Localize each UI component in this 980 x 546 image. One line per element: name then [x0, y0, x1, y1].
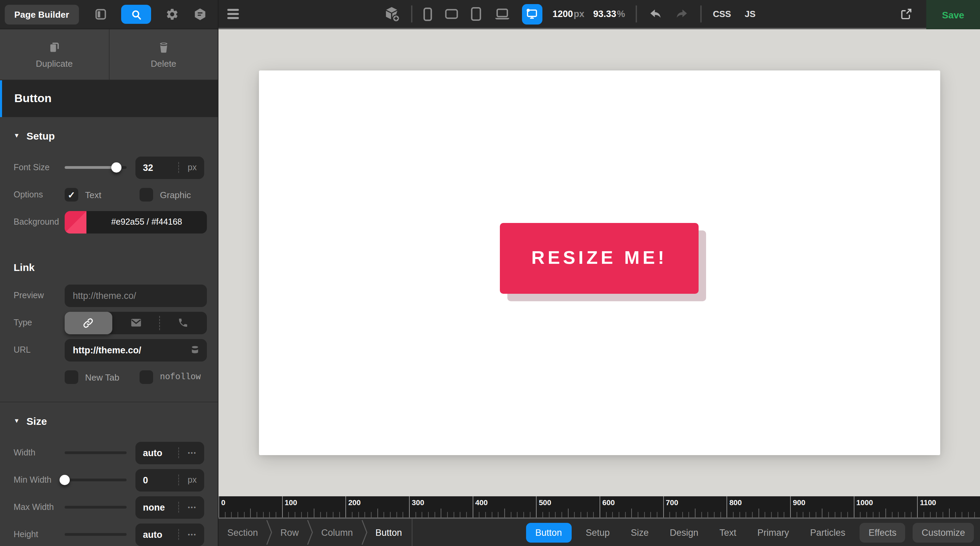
- url-label: URL: [14, 345, 65, 355]
- breadcrumb-column[interactable]: Column: [321, 527, 353, 538]
- search-button[interactable]: [121, 5, 151, 24]
- toolbar-divider: [411, 5, 412, 22]
- redo-button[interactable]: [675, 7, 690, 21]
- duplicate-button[interactable]: Duplicate: [0, 29, 109, 80]
- tab-size[interactable]: Size: [624, 522, 656, 542]
- slider-handle[interactable]: [60, 475, 70, 485]
- panel-toggle-icon[interactable]: [95, 8, 107, 21]
- tab-design[interactable]: Design: [663, 522, 705, 542]
- size-section-header[interactable]: ▼ Size: [0, 412, 218, 430]
- tab-button[interactable]: Button: [526, 522, 571, 542]
- save-button[interactable]: Save: [926, 0, 980, 29]
- database-icon[interactable]: [190, 345, 200, 355]
- hamburger-menu-icon[interactable]: [227, 9, 239, 19]
- viewport-width[interactable]: 1200px: [553, 9, 585, 19]
- link-type-url-button[interactable]: [65, 312, 112, 334]
- viewport-zoom-value: 93.33: [593, 9, 616, 19]
- undo-button[interactable]: [648, 7, 662, 21]
- tablet-portrait-breakpoint-icon[interactable]: [471, 7, 481, 21]
- ruler-label: 1100: [920, 498, 936, 506]
- font-size-unit[interactable]: px: [185, 163, 197, 172]
- tab-particles[interactable]: Particles: [803, 522, 853, 542]
- breadcrumb-section[interactable]: Section: [227, 527, 258, 538]
- options-label: Options: [14, 190, 65, 199]
- tab-customize[interactable]: Customize: [913, 522, 974, 542]
- laptop-breakpoint-icon[interactable]: [494, 8, 511, 20]
- width-value-box[interactable]: auto •••: [135, 441, 204, 464]
- max-width-unit-menu[interactable]: •••: [185, 504, 197, 510]
- viewport-dimensions: 1200px 93.33%: [553, 9, 625, 19]
- tab-effects[interactable]: Effects: [859, 522, 905, 542]
- size-section-title: Size: [27, 415, 47, 427]
- link-flags-row: New Tab nofollow: [0, 363, 218, 391]
- height-unit-menu[interactable]: •••: [185, 532, 197, 538]
- tab-setup[interactable]: Setup: [579, 522, 617, 542]
- min-width-value-box[interactable]: 0 px: [135, 469, 204, 491]
- collapse-icon: ▼: [14, 418, 20, 424]
- new-tab-checkbox[interactable]: [65, 370, 78, 384]
- width-unit-menu[interactable]: •••: [185, 450, 197, 456]
- open-preview-button[interactable]: [900, 8, 913, 21]
- breadcrumb-row[interactable]: Row: [280, 527, 299, 538]
- font-size-value: 32: [143, 162, 178, 173]
- min-width-unit[interactable]: px: [185, 475, 197, 485]
- font-size-value-box[interactable]: 32 px: [135, 156, 204, 179]
- viewport-zoom-unit: %: [617, 9, 625, 19]
- external-link-icon: [900, 8, 913, 21]
- width-value: auto: [143, 447, 178, 458]
- phone-breakpoint-icon[interactable]: [423, 7, 432, 21]
- width-slider[interactable]: [65, 451, 127, 454]
- viewport-zoom[interactable]: 93.33%: [593, 9, 625, 19]
- tablet-landscape-breakpoint-icon[interactable]: [445, 9, 458, 19]
- css-button[interactable]: CSS: [713, 9, 731, 19]
- color-swatch[interactable]: [65, 211, 86, 233]
- setup-section-header[interactable]: ▼ Setup: [0, 127, 218, 144]
- desktop-breakpoint-button[interactable]: [522, 4, 542, 24]
- nofollow-checkbox[interactable]: [140, 370, 153, 384]
- duplicate-icon: [48, 40, 61, 54]
- delete-button[interactable]: Delete: [109, 29, 218, 80]
- link-icon: [83, 317, 94, 328]
- page-builder-button[interactable]: Page Builder: [5, 5, 79, 24]
- breadcrumb-button[interactable]: Button: [375, 527, 402, 538]
- breadcrumb: Section Row Column Button: [227, 519, 402, 546]
- height-value-box[interactable]: auto •••: [135, 523, 204, 546]
- background-label: Background: [14, 217, 65, 227]
- gear-icon[interactable]: [165, 8, 179, 21]
- topbar: 1200px 93.33% CSS JS: [218, 0, 980, 29]
- url-input[interactable]: [65, 339, 207, 361]
- toolbar-divider: [636, 5, 637, 22]
- link-type-email-button[interactable]: [112, 312, 159, 334]
- ruler-label: 700: [666, 498, 679, 506]
- background-color-control[interactable]: #e92a55 / #f44168: [65, 211, 207, 233]
- tab-text[interactable]: Text: [713, 522, 743, 542]
- font-size-slider[interactable]: [65, 166, 127, 169]
- nofollow-label: nofollow: [160, 372, 201, 382]
- code-toggles: CSS JS: [713, 9, 756, 19]
- link-type-phone-button[interactable]: [159, 312, 207, 334]
- theme-options-icon[interactable]: [193, 8, 207, 21]
- height-value: auto: [143, 529, 178, 540]
- value-unit-divider: [178, 502, 179, 513]
- max-width-value-box[interactable]: none •••: [135, 496, 204, 519]
- graphic-checkbox[interactable]: [140, 188, 153, 202]
- background-color-value: #e92a55 / #f44168: [86, 211, 207, 233]
- min-width-label: Min Width: [14, 475, 65, 485]
- ruler-label: 400: [476, 498, 488, 506]
- preview-page: RESIZE ME!: [259, 70, 940, 455]
- min-width-slider[interactable]: [65, 479, 127, 481]
- resize-me-button[interactable]: RESIZE ME!: [500, 223, 698, 293]
- tab-primary[interactable]: Primary: [751, 522, 796, 542]
- add-element-button[interactable]: [383, 5, 400, 22]
- text-checkbox[interactable]: ✓: [65, 188, 78, 202]
- preview-input[interactable]: [65, 284, 207, 307]
- max-width-slider[interactable]: [65, 506, 127, 509]
- height-slider[interactable]: [65, 533, 127, 536]
- js-button[interactable]: JS: [745, 9, 756, 19]
- sidebar-header: Page Builder: [0, 0, 218, 29]
- inspector-tabs: Button Setup Size Design Text Primary Pa…: [526, 522, 974, 542]
- collapse-icon: ▼: [14, 132, 20, 138]
- slider-handle[interactable]: [111, 162, 122, 173]
- width-label: Width: [14, 448, 65, 457]
- link-type-group: [65, 312, 207, 334]
